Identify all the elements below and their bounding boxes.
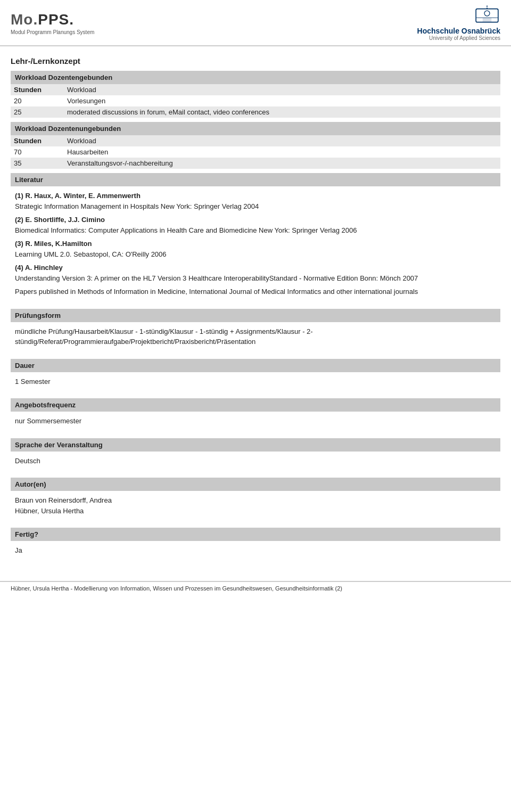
- logo-mopps-text: Mo.PPS.: [11, 11, 94, 28]
- page-footer: Hübner, Ursula Hertha - Modellierung von…: [0, 581, 511, 595]
- angebotsfrequenz-header: Angebotsfrequenz: [11, 398, 500, 412]
- logo-left: Mo.PPS. Modul Programm Planungs System: [11, 11, 94, 35]
- sprache-content: Deutsch: [11, 452, 500, 474]
- table-row: 20 Vorlesungen: [11, 95, 500, 106]
- workload-doz-table: Stunden Workload 20 Vorlesungen 25 moder…: [11, 84, 500, 118]
- main-title: Lehr-/Lernkonzept: [11, 56, 500, 65]
- autoren-block: Autor(en) Braun von Reinersdorff, Andrea…: [11, 478, 500, 523]
- workload-undoz-table: Stunden Workload 70 Hausarbeiten 35 Vera…: [11, 135, 500, 169]
- lit-papers: Papers published in Methods of Informati…: [15, 286, 496, 297]
- page-header: Mo.PPS. Modul Programm Planungs System H…: [0, 0, 511, 46]
- pruefungsform-header: Prüfungsform: [11, 309, 500, 322]
- logo-subtitle: Modul Programm Planungs System: [11, 29, 94, 35]
- main-content: Lehr-/Lernkonzept Workload Dozentengebun…: [0, 46, 511, 576]
- lit-entry-3: (3) R. Miles, K.Hamilton Learning UML 2.…: [15, 239, 496, 259]
- workload-col-header2: Workload: [64, 135, 500, 146]
- footer-text: Hübner, Ursula Hertha - Modellierung von…: [11, 585, 342, 592]
- fertig-content: Ja: [11, 541, 500, 563]
- lit-ref-2: (2) E. Shortliffe, J.J. Cimino: [15, 216, 105, 224]
- stunden-value-3: 70: [11, 146, 64, 158]
- pruefungsform-block: Prüfungsform mündliche Prüfung/Hausarbei…: [11, 309, 500, 355]
- stunden-value-4: 35: [11, 158, 64, 169]
- dauer-header: Dauer: [11, 359, 500, 372]
- sprache-header: Sprache der Veranstaltung: [11, 438, 500, 452]
- autoren-text: Braun von Reinersdorff, Andrea Hübner, U…: [15, 495, 496, 516]
- table-row: 25 moderated discussions in forum, eMail…: [11, 106, 500, 118]
- workload-desc-3: Hausarbeiten: [64, 146, 500, 158]
- angebotsfrequenz-text: nur Sommersemester: [15, 416, 496, 426]
- svg-point-1: [484, 11, 490, 16]
- workload-doz-header: Workload Dozentengebunden: [11, 71, 500, 84]
- lit-text-4: Understanding Version 3: A primer on the…: [15, 274, 418, 282]
- dauer-content: 1 Semester: [11, 372, 500, 395]
- pruefungsform-text: mündliche Prüfung/Hausarbeit/Klausur - 1…: [15, 326, 496, 347]
- fertig-text: Ja: [15, 545, 496, 556]
- sprache-block: Sprache der Veranstaltung Deutsch: [11, 438, 500, 474]
- workload-undoz-block: Workload Dozentenungebunden Stunden Work…: [11, 122, 500, 169]
- logo-right: Hochschule Osnabrück University of Appli…: [417, 5, 500, 41]
- hs-name: Hochschule Osnabrück: [417, 27, 500, 35]
- literatur-block: Literatur (1) R. Haux, A. Winter, E. Amm…: [11, 173, 500, 305]
- stunden-value-1: 20: [11, 95, 64, 106]
- workload-desc-1: Vorlesungen: [64, 95, 500, 106]
- pruefungsform-content: mündliche Prüfung/Hausarbeit/Klausur - 1…: [11, 322, 500, 355]
- lit-ref-1: (1) R. Haux, A. Winter, E. Ammenwerth: [15, 192, 141, 200]
- dauer-block: Dauer 1 Semester: [11, 359, 500, 395]
- table-row: 35 Veranstaltungsvor-/-nachbereitung: [11, 158, 500, 169]
- lit-text-2: Biomedical Informatics: Computer Applica…: [15, 226, 357, 234]
- workload-desc-2: moderated discussions in forum, eMail co…: [64, 106, 500, 118]
- autoren-header: Autor(en): [11, 478, 500, 491]
- workload-doz-block: Workload Dozentengebunden Stunden Worklo…: [11, 71, 500, 118]
- lit-ref-3: (3) R. Miles, K.Hamilton: [15, 240, 92, 248]
- dauer-text: 1 Semester: [15, 376, 496, 387]
- lit-entry-2: (2) E. Shortliffe, J.J. Cimino Biomedica…: [15, 215, 496, 235]
- table-row: 70 Hausarbeiten: [11, 146, 500, 158]
- workload-col-header: Workload: [64, 84, 500, 95]
- lit-text-3: Learning UML 2.0. Sebastopol, CA: O'Reil…: [15, 250, 167, 258]
- fertig-block: Fertig? Ja: [11, 528, 500, 563]
- angebotsfrequenz-block: Angebotsfrequenz nur Sommersemester: [11, 398, 500, 434]
- literatur-content: (1) R. Haux, A. Winter, E. Ammenwerth St…: [11, 186, 500, 305]
- autoren-content: Braun von Reinersdorff, Andrea Hübner, U…: [11, 491, 500, 523]
- sprache-text: Deutsch: [15, 456, 496, 466]
- lit-text-1: Strategic Information Management in Hosp…: [15, 202, 259, 210]
- svg-marker-5: [486, 5, 488, 7]
- workload-header-row2: Stunden Workload: [11, 135, 500, 146]
- fertig-header: Fertig?: [11, 528, 500, 541]
- stunden-value-2: 25: [11, 106, 64, 118]
- workload-undoz-header: Workload Dozentenungebunden: [11, 122, 500, 135]
- literatur-header: Literatur: [11, 173, 500, 186]
- stunden-col-header: Stunden: [11, 84, 64, 95]
- workload-header-row: Stunden Workload: [11, 84, 500, 95]
- lit-entry-1: (1) R. Haux, A. Winter, E. Ammenwerth St…: [15, 191, 496, 211]
- lit-ref-4: (4) A. Hinchley: [15, 264, 63, 272]
- hs-sub: University of Applied Sciences: [417, 35, 500, 41]
- svg-rect-3: [483, 18, 492, 22]
- hs-logo-icon: [474, 5, 500, 27]
- angebotsfrequenz-content: nur Sommersemester: [11, 412, 500, 434]
- lit-entry-4: (4) A. Hinchley Understanding Version 3:…: [15, 263, 496, 283]
- workload-desc-4: Veranstaltungsvor-/-nachbereitung: [64, 158, 500, 169]
- stunden-col-header2: Stunden: [11, 135, 64, 146]
